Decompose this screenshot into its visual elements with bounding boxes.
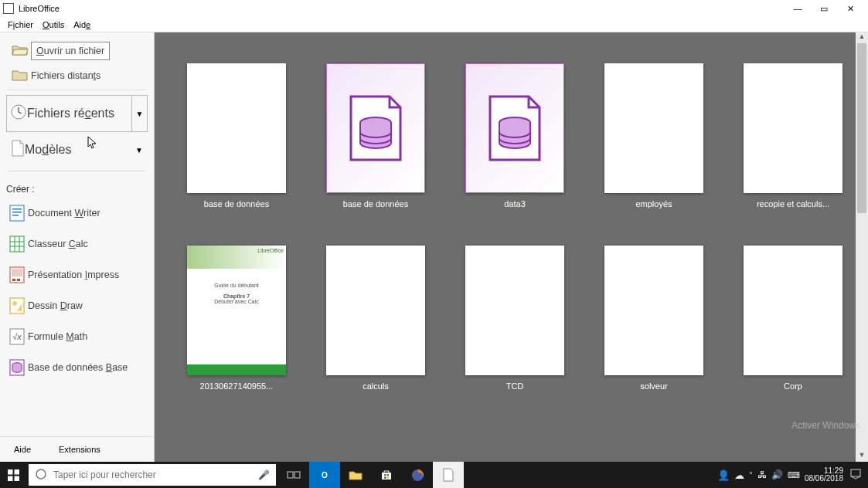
svg-rect-7 <box>12 269 22 276</box>
math-icon: √x <box>6 328 28 345</box>
draw-icon <box>6 297 28 314</box>
thumbnail-label: base de données <box>343 199 408 208</box>
menu-help[interactable]: Aide <box>69 19 95 31</box>
taskbar-app-libreoffice[interactable] <box>433 462 464 488</box>
writer-icon <box>6 205 28 222</box>
create-impress-button[interactable]: Présentation Impress <box>0 259 154 290</box>
create-draw-button[interactable]: Dessin Draw <box>0 290 154 321</box>
svg-rect-30 <box>851 469 860 476</box>
windows-taskbar: 🎤 O 👤 ☁ ˄ 🖧 🔊 ⌨ 11:29 08/06/2018 <box>0 462 868 488</box>
cortana-icon <box>35 468 47 483</box>
document-thumbnail[interactable]: ————————————————————————————————————————… <box>309 246 442 391</box>
help-link[interactable]: Aide <box>0 437 45 462</box>
thumbnail-label: data3 <box>504 199 526 208</box>
tray-volume-icon[interactable]: 🔊 <box>771 469 783 480</box>
taskbar-app-store[interactable] <box>371 462 402 488</box>
svg-rect-26 <box>387 474 390 476</box>
tray-people-icon[interactable]: 👤 <box>717 469 730 481</box>
svg-rect-19 <box>14 469 19 475</box>
svg-rect-25 <box>384 474 386 476</box>
document-thumbnail[interactable]: data3 <box>448 63 581 208</box>
vertical-scrollbar[interactable]: ▲ ▼ <box>856 32 868 462</box>
minimize-button[interactable]: — <box>792 4 803 14</box>
document-thumbnail[interactable]: ————————————————————————————————————————… <box>727 63 859 208</box>
document-thumbnail[interactable]: ————————————————————————————————————————… <box>170 63 303 208</box>
svg-rect-4 <box>12 215 19 216</box>
thumbnail-label: TCD <box>506 381 524 391</box>
window-title: LibreOffice <box>19 4 60 13</box>
taskbar-app-firefox[interactable] <box>402 462 433 488</box>
svg-text:√x: √x <box>12 332 22 341</box>
thumbnail-label: employés <box>635 199 672 208</box>
taskbar-app-explorer[interactable] <box>340 462 371 488</box>
sidebar: Ouvrir un fichier Fichiers distants Fich… <box>0 32 155 462</box>
document-thumbnail[interactable]: base de données <box>309 63 442 208</box>
svg-point-22 <box>36 469 46 479</box>
create-writer-button[interactable]: Document Writer <box>0 198 154 229</box>
open-file-button[interactable]: Ouvrir un fichier <box>6 37 148 65</box>
svg-rect-3 <box>12 212 22 213</box>
document-icon <box>11 140 25 160</box>
create-base-button[interactable]: Base de données Base <box>0 352 154 383</box>
taskbar-app-outlook[interactable]: O <box>309 462 340 488</box>
tray-chevron-up-icon[interactable]: ˄ <box>749 471 753 480</box>
folder-icon <box>9 69 31 82</box>
document-thumbnail[interactable]: ————————————————————————————————————————… <box>587 63 720 208</box>
menu-tools[interactable]: Outils <box>38 19 69 31</box>
sidebar-footer: Aide Extensions <box>0 436 154 462</box>
taskbar-clock[interactable]: 11:29 08/06/2018 <box>805 467 845 483</box>
svg-rect-18 <box>8 469 13 475</box>
create-label: Créer : <box>0 175 154 198</box>
recent-files-button[interactable]: Fichiers récents ▼ <box>6 95 148 132</box>
create-math-button[interactable]: √x Formule Math <box>0 321 154 352</box>
task-view-button[interactable] <box>278 462 309 488</box>
extensions-link[interactable]: Extensions <box>45 437 114 462</box>
svg-rect-20 <box>8 476 13 481</box>
svg-rect-23 <box>288 472 293 478</box>
app-icon <box>3 3 14 14</box>
thumbnail-label: base de données <box>204 199 269 208</box>
document-thumbnail[interactable]: ————————————————————————————————————————… <box>587 246 720 391</box>
document-thumbnail[interactable]: ————————————————————————————————————————… <box>448 246 581 391</box>
thumbnail-label: solveur <box>640 381 667 391</box>
templates-dropdown[interactable]: ▼ <box>135 146 143 154</box>
tray-notifications-icon[interactable] <box>849 468 862 483</box>
document-thumbnail[interactable]: LibreOfficeGuide du débutantChapitre 7Dé… <box>170 246 303 391</box>
search-input[interactable] <box>53 469 252 480</box>
clock-icon <box>10 103 27 124</box>
tray-onedrive-icon[interactable]: ☁ <box>734 469 744 481</box>
menu-file[interactable]: Fichier <box>3 19 38 31</box>
tray-network-icon[interactable]: 🖧 <box>757 469 767 480</box>
svg-point-11 <box>12 301 17 306</box>
thumbnail-label: recopie et calculs... <box>757 199 829 208</box>
remote-files-button[interactable]: Fichiers distants <box>6 65 148 86</box>
svg-rect-1 <box>10 205 24 221</box>
base-icon <box>6 359 28 376</box>
calc-icon <box>6 236 28 252</box>
close-button[interactable]: ✕ <box>845 4 856 14</box>
templates-button[interactable]: Modèles ▼ <box>6 132 148 168</box>
svg-rect-2 <box>12 208 22 210</box>
svg-rect-24 <box>294 472 300 478</box>
recent-documents-gallery: ————————————————————————————————————————… <box>155 32 868 462</box>
maximize-button[interactable]: ▭ <box>819 4 829 14</box>
svg-rect-8 <box>12 279 15 281</box>
microphone-icon[interactable]: 🎤 <box>258 469 270 480</box>
svg-rect-21 <box>14 476 19 481</box>
create-calc-button[interactable]: Classeur Calc <box>0 229 154 259</box>
recent-files-dropdown[interactable]: ▼ <box>131 96 147 131</box>
menubar: Fichier Outils Aide <box>0 17 868 32</box>
svg-rect-9 <box>17 279 20 281</box>
svg-rect-27 <box>384 477 386 480</box>
document-thumbnail[interactable]: ————————————————————————————————————————… <box>727 246 859 391</box>
svg-rect-28 <box>387 477 390 480</box>
folder-open-icon <box>9 45 31 57</box>
svg-rect-5 <box>10 236 24 252</box>
thumbnail-label: Corp <box>784 381 802 391</box>
thumbnail-label: 20130627140955... <box>200 381 274 391</box>
taskbar-search[interactable]: 🎤 <box>29 464 276 486</box>
start-button[interactable] <box>0 462 26 488</box>
window-titlebar: LibreOffice — ▭ ✕ <box>0 0 868 17</box>
tray-language-icon[interactable]: ⌨ <box>788 470 800 480</box>
thumbnail-label: calculs <box>363 381 389 391</box>
